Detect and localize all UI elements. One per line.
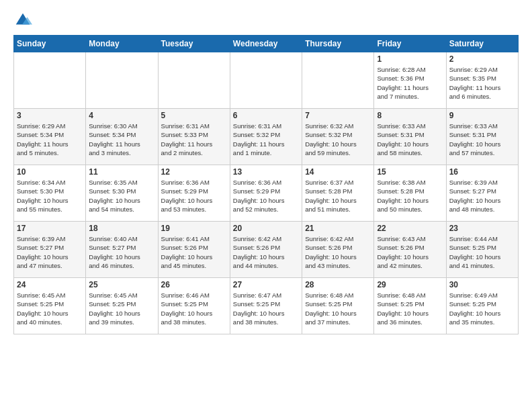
weekday-header: Sunday [14, 36, 86, 52]
calendar-cell: 10Sunrise: 6:34 AM Sunset: 5:30 PM Dayli… [14, 165, 86, 222]
day-info: Sunrise: 6:33 AM Sunset: 5:31 PM Dayligh… [449, 122, 515, 157]
calendar-cell: 5Sunrise: 6:31 AM Sunset: 5:33 PM Daylig… [158, 109, 230, 165]
calendar-cell [14, 52, 86, 109]
calendar-cell: 22Sunrise: 6:43 AM Sunset: 5:26 PM Dayli… [374, 222, 446, 278]
calendar-header: SundayMondayTuesdayWednesdayThursdayFrid… [14, 36, 519, 52]
day-info: Sunrise: 6:40 AM Sunset: 5:27 PM Dayligh… [89, 234, 154, 270]
calendar-cell [230, 52, 302, 109]
logo [13, 11, 34, 30]
calendar-cell: 14Sunrise: 6:37 AM Sunset: 5:28 PM Dayli… [302, 165, 374, 222]
calendar-cell: 2Sunrise: 6:29 AM Sunset: 5:35 PM Daylig… [446, 52, 518, 109]
day-info: Sunrise: 6:34 AM Sunset: 5:30 PM Dayligh… [17, 178, 83, 214]
day-number: 27 [233, 280, 299, 289]
day-info: Sunrise: 6:45 AM Sunset: 5:25 PM Dayligh… [17, 291, 83, 326]
day-info: Sunrise: 6:43 AM Sunset: 5:26 PM Dayligh… [377, 234, 443, 270]
page: SundayMondayTuesdayWednesdayThursdayFrid… [0, 0, 532, 341]
day-number: 12 [161, 167, 227, 177]
day-info: Sunrise: 6:42 AM Sunset: 5:26 PM Dayligh… [233, 234, 299, 270]
calendar-week-row: 24Sunrise: 6:45 AM Sunset: 5:25 PM Dayli… [14, 278, 519, 334]
calendar-cell: 4Sunrise: 6:30 AM Sunset: 5:34 PM Daylig… [86, 109, 158, 165]
calendar-cell: 19Sunrise: 6:41 AM Sunset: 5:26 PM Dayli… [158, 222, 230, 278]
calendar-cell: 8Sunrise: 6:33 AM Sunset: 5:31 PM Daylig… [374, 109, 446, 165]
day-number: 1 [377, 54, 443, 64]
calendar-cell: 25Sunrise: 6:45 AM Sunset: 5:25 PM Dayli… [86, 278, 158, 334]
calendar-cell: 1Sunrise: 6:28 AM Sunset: 5:36 PM Daylig… [374, 52, 446, 109]
day-info: Sunrise: 6:36 AM Sunset: 5:29 PM Dayligh… [233, 178, 299, 214]
calendar-cell: 24Sunrise: 6:45 AM Sunset: 5:25 PM Dayli… [14, 278, 86, 334]
header [13, 11, 519, 30]
day-number: 25 [89, 280, 154, 289]
day-info: Sunrise: 6:42 AM Sunset: 5:26 PM Dayligh… [305, 234, 371, 270]
day-info: Sunrise: 6:46 AM Sunset: 5:25 PM Dayligh… [161, 291, 227, 326]
day-number: 8 [377, 111, 443, 120]
weekday-header: Monday [86, 36, 158, 52]
calendar-cell: 3Sunrise: 6:29 AM Sunset: 5:34 PM Daylig… [14, 109, 86, 165]
day-number: 9 [449, 111, 515, 120]
calendar-cell: 28Sunrise: 6:48 AM Sunset: 5:25 PM Dayli… [302, 278, 374, 334]
calendar-cell: 29Sunrise: 6:48 AM Sunset: 5:25 PM Dayli… [374, 278, 446, 334]
day-number: 23 [449, 224, 515, 233]
day-number: 20 [233, 224, 299, 233]
day-number: 18 [89, 224, 154, 233]
calendar-week-row: 1Sunrise: 6:28 AM Sunset: 5:36 PM Daylig… [14, 52, 519, 109]
weekday-header: Wednesday [230, 36, 302, 52]
calendar-cell: 7Sunrise: 6:32 AM Sunset: 5:32 PM Daylig… [302, 109, 374, 165]
calendar-cell [158, 52, 230, 109]
calendar-table: SundayMondayTuesdayWednesdayThursdayFrid… [13, 35, 519, 334]
day-info: Sunrise: 6:35 AM Sunset: 5:30 PM Dayligh… [89, 178, 154, 214]
day-info: Sunrise: 6:48 AM Sunset: 5:25 PM Dayligh… [305, 291, 371, 326]
weekday-header: Saturday [446, 36, 518, 52]
calendar-cell [302, 52, 374, 109]
calendar-cell: 15Sunrise: 6:38 AM Sunset: 5:28 PM Dayli… [374, 165, 446, 222]
calendar-cell: 6Sunrise: 6:31 AM Sunset: 5:32 PM Daylig… [230, 109, 302, 165]
day-info: Sunrise: 6:30 AM Sunset: 5:34 PM Dayligh… [89, 122, 154, 157]
day-info: Sunrise: 6:36 AM Sunset: 5:29 PM Dayligh… [161, 178, 227, 214]
day-number: 16 [449, 167, 515, 177]
calendar-body: 1Sunrise: 6:28 AM Sunset: 5:36 PM Daylig… [14, 52, 519, 334]
day-info: Sunrise: 6:37 AM Sunset: 5:28 PM Dayligh… [305, 178, 371, 214]
calendar-cell: 20Sunrise: 6:42 AM Sunset: 5:26 PM Dayli… [230, 222, 302, 278]
day-number: 15 [377, 167, 443, 177]
calendar-cell [86, 52, 158, 109]
day-number: 24 [17, 280, 83, 289]
calendar-cell: 12Sunrise: 6:36 AM Sunset: 5:29 PM Dayli… [158, 165, 230, 222]
day-info: Sunrise: 6:41 AM Sunset: 5:26 PM Dayligh… [161, 234, 227, 270]
day-number: 10 [17, 167, 83, 177]
calendar-cell: 21Sunrise: 6:42 AM Sunset: 5:26 PM Dayli… [302, 222, 374, 278]
day-info: Sunrise: 6:29 AM Sunset: 5:35 PM Dayligh… [449, 65, 515, 101]
day-number: 13 [233, 167, 299, 177]
day-number: 26 [161, 280, 227, 289]
day-info: Sunrise: 6:38 AM Sunset: 5:28 PM Dayligh… [377, 178, 443, 214]
calendar-cell: 23Sunrise: 6:44 AM Sunset: 5:25 PM Dayli… [446, 222, 518, 278]
calendar-cell: 27Sunrise: 6:47 AM Sunset: 5:25 PM Dayli… [230, 278, 302, 334]
day-info: Sunrise: 6:32 AM Sunset: 5:32 PM Dayligh… [305, 122, 371, 157]
calendar-cell: 13Sunrise: 6:36 AM Sunset: 5:29 PM Dayli… [230, 165, 302, 222]
day-number: 22 [377, 224, 443, 233]
calendar-cell: 9Sunrise: 6:33 AM Sunset: 5:31 PM Daylig… [446, 109, 518, 165]
day-number: 7 [305, 111, 371, 120]
calendar-cell: 30Sunrise: 6:49 AM Sunset: 5:25 PM Dayli… [446, 278, 518, 334]
day-number: 21 [305, 224, 371, 233]
day-info: Sunrise: 6:44 AM Sunset: 5:25 PM Dayligh… [449, 234, 515, 270]
calendar-cell: 26Sunrise: 6:46 AM Sunset: 5:25 PM Dayli… [158, 278, 230, 334]
day-number: 11 [89, 167, 154, 177]
day-number: 2 [449, 54, 515, 64]
day-number: 19 [161, 224, 227, 233]
day-info: Sunrise: 6:28 AM Sunset: 5:36 PM Dayligh… [377, 65, 443, 101]
calendar-week-row: 3Sunrise: 6:29 AM Sunset: 5:34 PM Daylig… [14, 109, 519, 165]
calendar-cell: 16Sunrise: 6:39 AM Sunset: 5:27 PM Dayli… [446, 165, 518, 222]
logo-icon [13, 11, 32, 30]
day-number: 14 [305, 167, 371, 177]
day-number: 5 [161, 111, 227, 120]
day-info: Sunrise: 6:47 AM Sunset: 5:25 PM Dayligh… [233, 291, 299, 326]
day-number: 17 [17, 224, 83, 233]
calendar-week-row: 10Sunrise: 6:34 AM Sunset: 5:30 PM Dayli… [14, 165, 519, 222]
day-info: Sunrise: 6:49 AM Sunset: 5:25 PM Dayligh… [449, 291, 515, 326]
weekday-row: SundayMondayTuesdayWednesdayThursdayFrid… [14, 36, 519, 52]
calendar-cell: 11Sunrise: 6:35 AM Sunset: 5:30 PM Dayli… [86, 165, 158, 222]
day-number: 6 [233, 111, 299, 120]
day-info: Sunrise: 6:31 AM Sunset: 5:33 PM Dayligh… [161, 122, 227, 157]
day-info: Sunrise: 6:39 AM Sunset: 5:27 PM Dayligh… [17, 234, 83, 270]
day-info: Sunrise: 6:29 AM Sunset: 5:34 PM Dayligh… [17, 122, 83, 157]
calendar-cell: 18Sunrise: 6:40 AM Sunset: 5:27 PM Dayli… [86, 222, 158, 278]
